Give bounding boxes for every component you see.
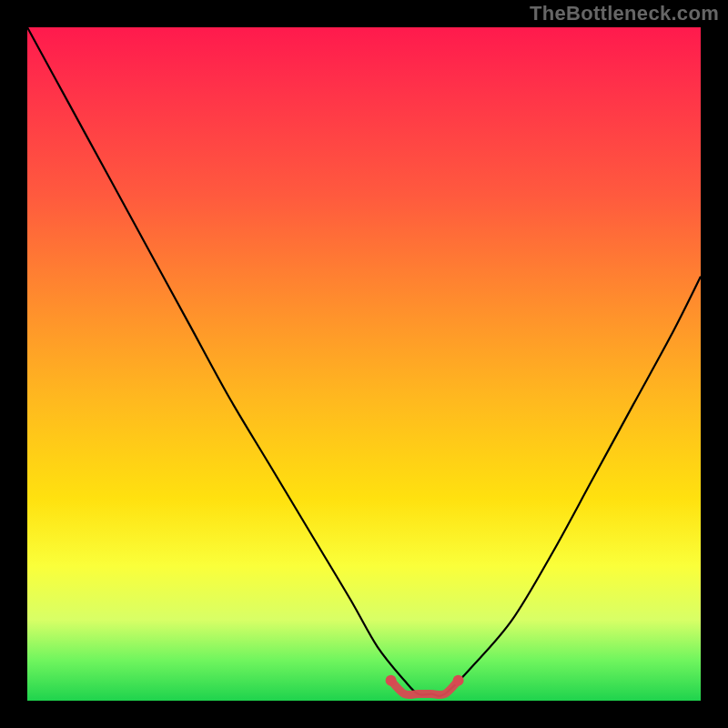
bottleneck-curve (27, 27, 701, 696)
watermark-text: TheBottleneck.com (530, 2, 719, 25)
chart-frame: TheBottleneck.com (0, 0, 728, 728)
sweet-spot-end-left (386, 675, 397, 686)
sweet-spot-end-right (453, 675, 464, 686)
sweet-spot-marker (391, 681, 459, 695)
curve-svg (27, 27, 701, 701)
plot-area (27, 27, 701, 701)
